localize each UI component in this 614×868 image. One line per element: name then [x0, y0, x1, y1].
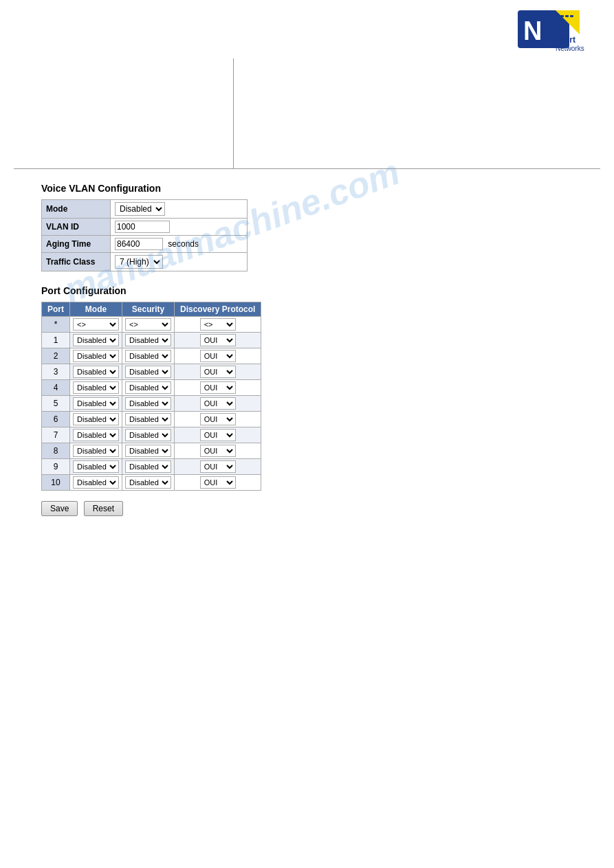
port-10-security-cell: DisabledEnabled: [122, 475, 175, 491]
port-7-discovery-cell: OUILLDPBoth: [175, 427, 261, 443]
mode-row: Mode Disabled Enabled: [42, 200, 248, 219]
port-10-mode-select[interactable]: DisabledEnabled: [73, 476, 119, 489]
save-button[interactable]: Save: [41, 501, 78, 516]
table-row: 10 DisabledEnabled DisabledEnabled OUI: [42, 475, 261, 491]
port-6-mode-cell: DisabledEnabled: [70, 412, 122, 427]
port-7-mode-select[interactable]: DisabledEnabled: [73, 429, 119, 441]
port-8-mode-cell: DisabledEnabled: [70, 443, 122, 459]
port-7-discovery-select[interactable]: OUILLDPBoth: [200, 429, 236, 441]
port-config-table: Port Mode Security Discovery Protocol * …: [41, 302, 261, 491]
port-1-discovery-select[interactable]: OUILLDPBoth: [200, 334, 236, 346]
traffic-class-select[interactable]: 0 (Low) 1 2 3 4 5 6 7 (High): [115, 255, 163, 269]
wildcard-security-select[interactable]: <> Disabled Enabled: [125, 318, 171, 331]
port-10-num: 10: [42, 475, 70, 491]
table-row: 3 DisabledEnabled DisabledEnabled OUIL: [42, 364, 261, 380]
port-10-mode-cell: DisabledEnabled: [70, 475, 122, 491]
svg-text:N: N: [523, 16, 542, 45]
port-4-discovery-select[interactable]: OUILLDPBoth: [200, 381, 236, 394]
port-6-discovery-select[interactable]: OUILLDPBoth: [200, 413, 236, 425]
port-6-mode-select[interactable]: DisabledEnabled: [73, 413, 119, 425]
port-9-discovery-select[interactable]: OUILLDPBoth: [200, 460, 236, 473]
seconds-label: seconds: [168, 239, 199, 249]
port-1-discovery-cell: OUILLDPBoth: [175, 333, 261, 348]
table-row: 5 DisabledEnabled DisabledEnabled OUIL: [42, 396, 261, 412]
vlan-id-row: VLAN ID: [42, 219, 248, 236]
svg-rect-3: [560, 15, 564, 17]
port-2-discovery-select[interactable]: OUILLDPBoth: [200, 350, 236, 362]
port-6-discovery-cell: OUILLDPBoth: [175, 412, 261, 427]
voice-vlan-title: Voice VLAN Configuration: [41, 183, 586, 194]
port-2-mode-cell: DisabledEnabled: [70, 348, 122, 364]
port-2-num: 2: [42, 348, 70, 364]
port-8-mode-select[interactable]: DisabledEnabled: [73, 445, 119, 457]
port-8-discovery-select[interactable]: OUILLDPBoth: [200, 445, 236, 457]
port-9-security-select[interactable]: DisabledEnabled: [125, 460, 171, 473]
header: N Port Networks: [0, 0, 614, 58]
wildcard-port-num: *: [42, 317, 70, 333]
wildcard-discovery-select[interactable]: <> OUI LLDP Both: [200, 318, 236, 331]
port-3-mode-select[interactable]: DisabledEnabled: [73, 366, 119, 378]
reset-button[interactable]: Reset: [84, 501, 123, 516]
port-5-security-select[interactable]: DisabledEnabled: [125, 397, 171, 410]
col-mode: Mode: [70, 302, 122, 317]
port-3-security-select[interactable]: DisabledEnabled: [125, 366, 171, 378]
port-3-num: 3: [42, 364, 70, 380]
aging-time-input[interactable]: [115, 238, 163, 250]
port-6-security-select[interactable]: DisabledEnabled: [125, 413, 171, 425]
port-4-mode-select[interactable]: DisabledEnabled: [73, 381, 119, 394]
port-2-security-select[interactable]: DisabledEnabled: [125, 350, 171, 362]
port-7-security-cell: DisabledEnabled: [122, 427, 175, 443]
port-1-security-cell: DisabledEnabled: [122, 333, 175, 348]
wildcard-discovery-cell: <> OUI LLDP Both: [175, 317, 261, 333]
port-config-title: Port Configuration: [41, 285, 586, 296]
table-row: 1 DisabledEnabled DisabledEnabled OUIL: [42, 333, 261, 348]
port-5-security-cell: DisabledEnabled: [122, 396, 175, 412]
traffic-class-row: Traffic Class 0 (Low) 1 2 3 4 5 6 7 (Hig…: [42, 253, 248, 271]
vlan-id-label: VLAN ID: [42, 219, 111, 236]
wildcard-security-cell: <> Disabled Enabled: [122, 317, 175, 333]
voice-vlan-table: Mode Disabled Enabled VLAN ID: [41, 199, 248, 271]
svg-rect-4: [565, 15, 569, 17]
aging-time-value-cell: seconds: [111, 236, 248, 253]
mode-select[interactable]: Disabled Enabled: [115, 202, 165, 216]
port-4-security-cell: DisabledEnabled: [122, 380, 175, 396]
traffic-class-value-cell: 0 (Low) 1 2 3 4 5 6 7 (High): [111, 253, 248, 271]
port-5-mode-select[interactable]: DisabledEnabled: [73, 397, 119, 410]
mode-value-cell: Disabled Enabled: [111, 200, 248, 219]
col-discovery: Discovery Protocol: [175, 302, 261, 317]
port-3-security-cell: DisabledEnabled: [122, 364, 175, 380]
port-4-security-select[interactable]: DisabledEnabled: [125, 381, 171, 394]
port-8-security-select[interactable]: DisabledEnabled: [125, 445, 171, 457]
port-7-mode-cell: DisabledEnabled: [70, 427, 122, 443]
port-5-discovery-cell: OUILLDPBoth: [175, 396, 261, 412]
port-1-num: 1: [42, 333, 70, 348]
port-9-mode-select[interactable]: DisabledEnabled: [73, 460, 119, 473]
port-4-discovery-cell: OUILLDPBoth: [175, 380, 261, 396]
port-2-security-cell: DisabledEnabled: [122, 348, 175, 364]
col-security: Security: [122, 302, 175, 317]
port-10-discovery-cell: OUILLDPBoth: [175, 475, 261, 491]
port-8-num: 8: [42, 443, 70, 459]
port-9-discovery-cell: OUILLDPBoth: [175, 459, 261, 475]
port-9-security-cell: DisabledEnabled: [122, 459, 175, 475]
port-4-mode-cell: DisabledEnabled: [70, 380, 122, 396]
port-10-security-select[interactable]: DisabledEnabled: [125, 476, 171, 489]
port-2-mode-select[interactable]: DisabledEnabled: [73, 350, 119, 362]
vlan-id-input[interactable]: [115, 221, 170, 233]
table-row: 6 DisabledEnabled DisabledEnabled OUIL: [42, 412, 261, 427]
port-7-security-select[interactable]: DisabledEnabled: [125, 429, 171, 441]
port-8-security-cell: DisabledEnabled: [122, 443, 175, 459]
top-section: [14, 58, 600, 169]
port-10-discovery-select[interactable]: OUILLDPBoth: [200, 476, 236, 489]
aging-time-label: Aging Time: [42, 236, 111, 253]
port-1-security-select[interactable]: DisabledEnabled: [125, 334, 171, 346]
wildcard-mode-select[interactable]: <> Disabled Enabled: [73, 318, 119, 331]
port-3-discovery-select[interactable]: OUILLDPBoth: [200, 366, 236, 378]
right-panel: [234, 58, 600, 168]
port-5-mode-cell: DisabledEnabled: [70, 396, 122, 412]
wildcard-mode-cell: <> Disabled Enabled: [70, 317, 122, 333]
table-row: 2 DisabledEnabled DisabledEnabled OUIL: [42, 348, 261, 364]
port-1-mode-select[interactable]: DisabledEnabled: [73, 334, 119, 346]
port-5-discovery-select[interactable]: OUILLDPBoth: [200, 397, 236, 410]
port-4-num: 4: [42, 380, 70, 396]
